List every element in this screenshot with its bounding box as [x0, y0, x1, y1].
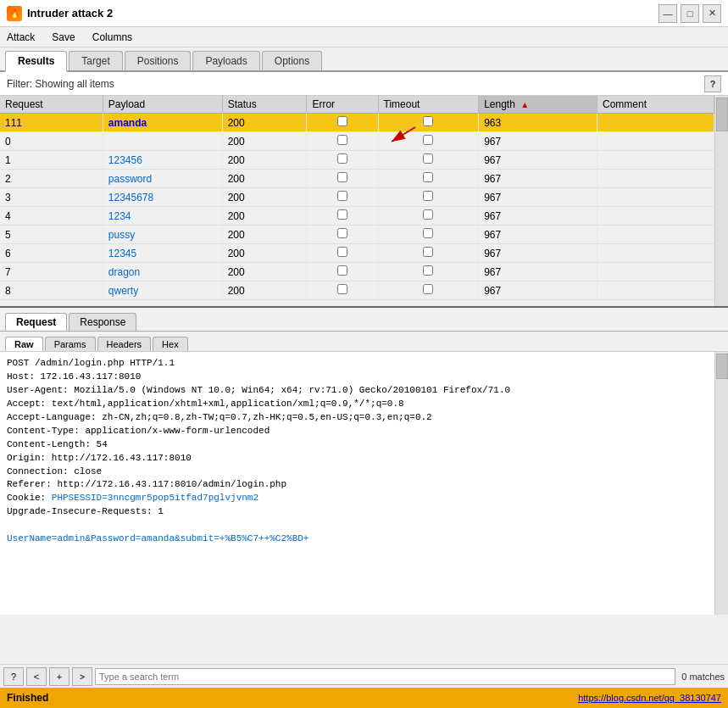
- table-cell[interactable]: [307, 263, 378, 282]
- table-row[interactable]: 7dragon200967: [0, 263, 714, 282]
- table-cell[interactable]: [307, 244, 378, 263]
- row-checkbox[interactable]: [423, 116, 433, 126]
- status-url[interactable]: https://blog.csdn.net/qq_38130747: [578, 693, 721, 703]
- request-response-tab-bar: Request Response: [0, 308, 728, 332]
- table-row[interactable]: 2password200967: [0, 170, 714, 188]
- request-scroll-wrapper: POST /admin/login.php HTTP/1.1 Host: 172…: [0, 352, 728, 615]
- row-checkbox[interactable]: [423, 172, 433, 182]
- col-timeout[interactable]: Timeout: [378, 96, 479, 114]
- row-checkbox[interactable]: [337, 172, 347, 182]
- table-cell: 967: [479, 263, 597, 282]
- table-cell: 967: [479, 132, 597, 151]
- table-cell[interactable]: [307, 226, 378, 244]
- table-cell[interactable]: [378, 282, 479, 300]
- table-cell[interactable]: [307, 282, 378, 300]
- table-cell[interactable]: [378, 207, 479, 226]
- table-cell[interactable]: [378, 188, 479, 207]
- table-cell: 111: [0, 114, 103, 132]
- table-cell: [597, 263, 714, 282]
- row-checkbox[interactable]: [337, 284, 347, 294]
- post-body: UserName=admin&Password=amanda&submit=+%…: [7, 533, 308, 544]
- table-cell: 2: [0, 170, 103, 188]
- menu-attack[interactable]: Attack: [3, 30, 38, 45]
- row-checkbox[interactable]: [423, 209, 433, 220]
- subtab-headers[interactable]: Headers: [97, 337, 152, 351]
- row-checkbox[interactable]: [337, 209, 347, 220]
- prev-button[interactable]: <: [26, 667, 47, 686]
- table-row[interactable]: 41234200967: [0, 207, 714, 226]
- table-cell[interactable]: [378, 114, 479, 132]
- subtab-raw[interactable]: Raw: [5, 337, 43, 351]
- col-length[interactable]: Length ▲: [479, 96, 597, 114]
- sub-tab-bar: Raw Params Headers Hex: [0, 332, 728, 352]
- menu-save[interactable]: Save: [48, 30, 78, 45]
- maximize-button[interactable]: □: [681, 4, 699, 23]
- tab-target[interactable]: Target: [69, 51, 122, 70]
- table-cell[interactable]: [307, 170, 378, 188]
- add-button[interactable]: +: [49, 667, 69, 686]
- row-checkbox[interactable]: [337, 228, 347, 238]
- table-row[interactable]: 0200967: [0, 132, 714, 151]
- table-row[interactable]: 5pussy200967: [0, 226, 714, 244]
- table-cell: [597, 170, 714, 188]
- table-cell: [597, 244, 714, 263]
- search-input[interactable]: [95, 668, 675, 685]
- table-row[interactable]: 8qwerty200967: [0, 282, 714, 300]
- subtab-params[interactable]: Params: [45, 337, 96, 351]
- next-button[interactable]: >: [72, 667, 92, 686]
- table-row[interactable]: 111amanda200963: [0, 114, 714, 132]
- table-cell[interactable]: [378, 226, 479, 244]
- table-cell[interactable]: [378, 263, 479, 282]
- row-checkbox[interactable]: [423, 265, 433, 276]
- table-row[interactable]: 612345200967: [0, 244, 714, 263]
- row-checkbox[interactable]: [337, 116, 347, 126]
- row-checkbox[interactable]: [423, 247, 433, 257]
- table-cell: 967: [479, 244, 597, 263]
- filter-help-button[interactable]: ?: [704, 75, 721, 92]
- row-checkbox[interactable]: [337, 153, 347, 164]
- minimize-button[interactable]: —: [659, 4, 677, 23]
- table-cell[interactable]: [378, 170, 479, 188]
- row-checkbox[interactable]: [423, 153, 433, 164]
- tab-options[interactable]: Options: [262, 51, 322, 70]
- table-cell[interactable]: [378, 132, 479, 151]
- col-payload[interactable]: Payload: [103, 96, 222, 114]
- tab-response[interactable]: Response: [69, 313, 136, 331]
- row-checkbox[interactable]: [337, 191, 347, 201]
- table-cell[interactable]: [378, 151, 479, 170]
- request-scrollbar[interactable]: [714, 352, 728, 615]
- request-scrollbar-thumb[interactable]: [716, 354, 728, 379]
- col-request[interactable]: Request: [0, 96, 103, 114]
- table-cell[interactable]: [307, 114, 378, 132]
- table-row[interactable]: 1123456200967: [0, 151, 714, 170]
- row-checkbox[interactable]: [423, 284, 433, 294]
- row-checkbox[interactable]: [423, 135, 433, 145]
- results-table-container[interactable]: Request Payload Status Error Timeout Len…: [0, 96, 714, 306]
- tab-request[interactable]: Request: [5, 313, 67, 331]
- row-checkbox[interactable]: [423, 191, 433, 201]
- table-cell[interactable]: [307, 151, 378, 170]
- row-checkbox[interactable]: [337, 135, 347, 145]
- table-cell: [597, 151, 714, 170]
- row-checkbox[interactable]: [337, 265, 347, 276]
- subtab-hex[interactable]: Hex: [153, 337, 188, 351]
- table-cell[interactable]: [378, 244, 479, 263]
- row-checkbox[interactable]: [337, 247, 347, 257]
- col-error[interactable]: Error: [307, 96, 378, 114]
- col-comment[interactable]: Comment: [597, 96, 714, 114]
- results-scrollbar[interactable]: [714, 96, 728, 306]
- table-cell: 200: [222, 244, 307, 263]
- table-cell[interactable]: [307, 188, 378, 207]
- close-button[interactable]: ✕: [703, 4, 721, 23]
- table-cell[interactable]: [307, 207, 378, 226]
- tab-results[interactable]: Results: [5, 51, 67, 72]
- tab-payloads[interactable]: Payloads: [192, 51, 259, 70]
- row-checkbox[interactable]: [423, 228, 433, 238]
- col-status[interactable]: Status: [222, 96, 307, 114]
- scrollbar-thumb[interactable]: [716, 98, 728, 131]
- tab-positions[interactable]: Positions: [125, 51, 192, 70]
- table-row[interactable]: 312345678200967: [0, 188, 714, 207]
- help-bottom-button[interactable]: ?: [3, 667, 24, 686]
- menu-columns[interactable]: Columns: [89, 30, 136, 45]
- table-cell[interactable]: [307, 132, 378, 151]
